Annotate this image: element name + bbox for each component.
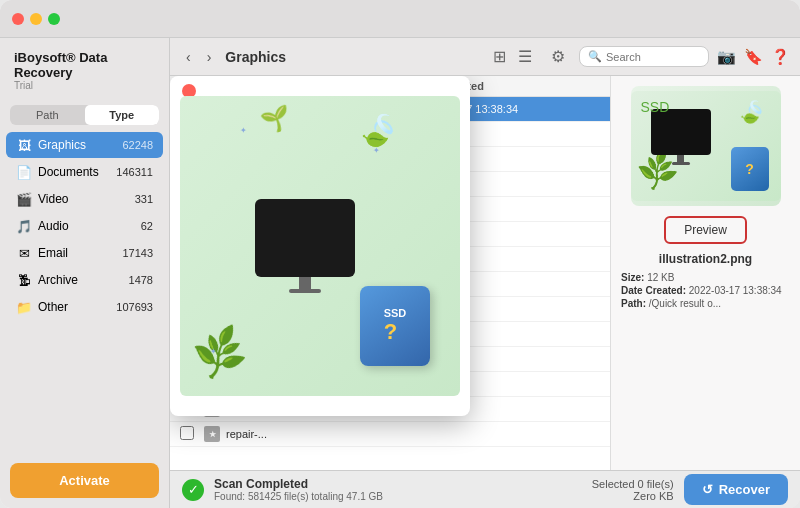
- overlay-image: 🌿 🍃 🌱: [180, 96, 460, 396]
- list-view-button[interactable]: ☰: [513, 44, 537, 69]
- toolbar-title: Graphics: [225, 49, 286, 65]
- titlebar: [0, 0, 800, 38]
- sidebar-item-label: Video: [38, 192, 129, 206]
- archive-icon: 🗜: [16, 272, 32, 288]
- sidebar-item-label: Audio: [38, 219, 135, 233]
- fullscreen-button[interactable]: [48, 13, 60, 25]
- search-input[interactable]: [606, 51, 706, 63]
- file-info-size: Size: 12 KB: [621, 272, 790, 283]
- other-icon: 📁: [16, 299, 32, 315]
- toolbar-icons: 📷 🔖 ❓: [717, 48, 790, 66]
- selected-files: Selected 0 file(s): [592, 478, 674, 490]
- file-size-value: 12 KB: [647, 272, 674, 283]
- preview-overlay: 🌿 🍃 🌱: [170, 76, 470, 416]
- dot-decoration: ✦: [210, 347, 217, 356]
- file-area: Name Size Date Created png illustration2…: [170, 76, 800, 470]
- sidebar-item-count: 146311: [116, 166, 153, 178]
- preview-thumb: 🌿 🍃 ?: [631, 86, 781, 206]
- leaf-left-icon: 🌿: [188, 322, 251, 383]
- file-type-icon: ★: [204, 426, 220, 442]
- recover-icon: ↺: [702, 482, 713, 497]
- selected-info: Selected 0 file(s) Zero KB: [592, 478, 674, 502]
- scan-sub: Found: 581425 file(s) totaling 47.1 GB: [214, 491, 383, 502]
- filter-button[interactable]: ⚙: [545, 44, 571, 69]
- main-window: iBoysoft® Data Recovery Trial Path Type …: [0, 0, 800, 508]
- file-date-value: 2022-03-17 13:38:34: [689, 285, 782, 296]
- minimize-button[interactable]: [30, 13, 42, 25]
- preview-image: 🌿 🍃 ?: [631, 86, 781, 206]
- sidebar-nav: 🖼 Graphics 62248 📄 Documents 146311 🎬 Vi…: [0, 131, 169, 453]
- status-bar: ✓ Scan Completed Found: 581425 file(s) t…: [170, 470, 800, 508]
- imac-screen: [255, 199, 355, 277]
- sidebar-item-other[interactable]: 📁 Other 107693: [6, 294, 163, 320]
- bookmark-icon-button[interactable]: 🔖: [744, 48, 763, 66]
- audio-icon: 🎵: [16, 218, 32, 234]
- sidebar-item-count: 331: [135, 193, 153, 205]
- video-icon: 🎬: [16, 191, 32, 207]
- file-info-name: illustration2.png: [659, 252, 752, 266]
- sidebar-item-audio[interactable]: 🎵 Audio 62: [6, 213, 163, 239]
- sidebar-item-graphics[interactable]: 🖼 Graphics 62248: [6, 132, 163, 158]
- recover-button[interactable]: ↺ Recover: [684, 474, 788, 505]
- scan-complete-icon: ✓: [182, 479, 204, 501]
- close-button[interactable]: [12, 13, 24, 25]
- sidebar-item-email[interactable]: ✉ Email 17143: [6, 240, 163, 266]
- main-panel: ‹ › Graphics ⊞ ☰ ⚙ 🔍 📷 🔖 ❓: [170, 38, 800, 508]
- view-buttons: ⊞ ☰: [488, 44, 537, 69]
- sidebar-item-count: 62248: [122, 139, 153, 151]
- tab-type[interactable]: Type: [85, 105, 160, 125]
- ssd-illustration: SSD ?: [360, 286, 430, 366]
- row-checkbox[interactable]: [180, 426, 194, 440]
- dot-decoration: ✦: [240, 126, 247, 135]
- scan-text: Scan Completed Found: 581425 file(s) tot…: [214, 477, 383, 502]
- leaf-top-icon: 🌱: [258, 104, 292, 137]
- table-row[interactable]: ★ repair-...: [170, 422, 610, 447]
- app-trial: Trial: [14, 80, 155, 91]
- imac-illustration: [255, 199, 355, 293]
- toolbar: ‹ › Graphics ⊞ ☰ ⚙ 🔍 📷 🔖 ❓: [170, 38, 800, 76]
- sidebar-item-label: Documents: [38, 165, 110, 179]
- sidebar-tabs: Path Type: [10, 105, 159, 125]
- sidebar-header: iBoysoft® Data Recovery Trial: [0, 38, 169, 99]
- search-icon: 🔍: [588, 50, 602, 63]
- traffic-lights: [12, 13, 60, 25]
- imac-base: [289, 289, 321, 293]
- activate-button[interactable]: Activate: [10, 463, 159, 498]
- file-info-date: Date Created: 2022-03-17 13:38:34: [621, 285, 790, 296]
- nav-back-button[interactable]: ‹: [180, 45, 197, 69]
- right-panel: 🌿 🍃 ?: [610, 76, 800, 470]
- graphics-icon: 🖼: [16, 137, 32, 153]
- scan-title: Scan Completed: [214, 477, 383, 491]
- documents-icon: 📄: [16, 164, 32, 180]
- file-info-path: Path: /Quick result o...: [621, 298, 790, 309]
- toolbar-nav: ‹ ›: [180, 45, 217, 69]
- sidebar-item-count: 62: [141, 220, 153, 232]
- content-area: iBoysoft® Data Recovery Trial Path Type …: [0, 38, 800, 508]
- selected-size: Zero KB: [592, 490, 674, 502]
- question-icon: ?: [384, 319, 407, 345]
- camera-icon-button[interactable]: 📷: [717, 48, 736, 66]
- sidebar-item-documents[interactable]: 📄 Documents 146311: [6, 159, 163, 185]
- preview-button[interactable]: Preview: [664, 216, 747, 244]
- nav-forward-button[interactable]: ›: [201, 45, 218, 69]
- file-name: repair-...: [226, 428, 336, 440]
- imac-stand: [299, 277, 311, 289]
- email-icon: ✉: [16, 245, 32, 261]
- grid-view-button[interactable]: ⊞: [488, 44, 511, 69]
- sidebar-item-label: Graphics: [38, 138, 116, 152]
- sidebar-item-video[interactable]: 🎬 Video 331: [6, 186, 163, 212]
- sidebar-item-count: 107693: [116, 301, 153, 313]
- sidebar-item-label: Archive: [38, 273, 123, 287]
- leaf-right-icon: 🍃: [353, 104, 407, 157]
- help-icon-button[interactable]: ❓: [771, 48, 790, 66]
- tab-path[interactable]: Path: [10, 105, 85, 125]
- dot-decoration: ✦: [373, 146, 380, 155]
- recover-label: Recover: [719, 482, 770, 497]
- sidebar-item-archive[interactable]: 🗜 Archive 1478: [6, 267, 163, 293]
- sidebar: iBoysoft® Data Recovery Trial Path Type …: [0, 38, 170, 508]
- app-name: iBoysoft® Data Recovery: [14, 50, 155, 80]
- search-box: 🔍: [579, 46, 709, 67]
- sidebar-item-label: Email: [38, 246, 116, 260]
- file-path-value: /Quick result o...: [649, 298, 721, 309]
- sidebar-item-count: 17143: [122, 247, 153, 259]
